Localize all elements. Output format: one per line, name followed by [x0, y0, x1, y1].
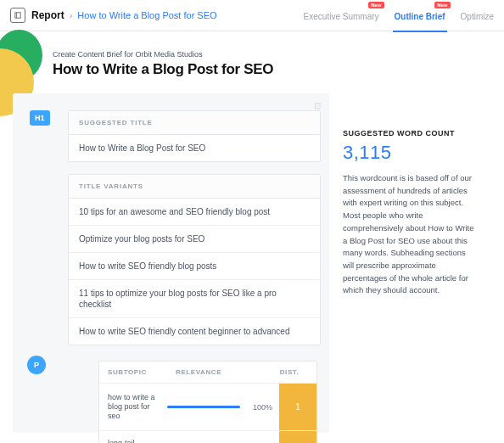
top-nav: Executive Summary New Outline Brief New …: [304, 8, 494, 23]
title-variant-item[interactable]: 11 tips to optimize your blog posts for …: [69, 280, 320, 318]
breadcrumb-root[interactable]: Report: [31, 9, 64, 21]
page-title: How to Write a Blog Post for SEO: [0, 61, 329, 78]
table-row[interactable]: long-tail keywords .st-row:nth-of-type(3…: [99, 431, 316, 443]
word-count-value: 3,115: [343, 142, 477, 164]
dist-badge: 1: [279, 384, 316, 430]
subtopic-name: long-tail keywords: [99, 432, 167, 443]
p-badge: P: [27, 356, 46, 374]
tab-optimize[interactable]: Optimize: [461, 8, 494, 23]
title-variant-item[interactable]: 10 tips for an awesome and SEO friendly …: [69, 199, 320, 226]
tab-outline-brief[interactable]: Outline Brief New: [395, 8, 445, 23]
col-subtopic: SUBTOPIC: [108, 368, 176, 376]
suggested-title-box: SUGGESTED TITLE How to Write a Blog Post…: [68, 110, 321, 162]
new-badge: New: [368, 2, 384, 8]
title-variant-item[interactable]: Optimize your blog posts for SEO: [69, 226, 320, 253]
tab-executive-summary[interactable]: Executive Summary New: [304, 8, 379, 23]
svg-rect-0: [15, 13, 20, 18]
h1-badge: H1: [30, 110, 50, 126]
tab-label: Executive Summary: [304, 12, 379, 21]
subtopics-section: P SUBTOPIC RELEVANCE DIST. how to write …: [68, 361, 321, 443]
word-count-description: This wordcount is is based off of our as…: [343, 172, 477, 297]
col-relevance: RELEVANCE: [176, 368, 271, 376]
chevron-right-icon: ›: [70, 10, 73, 20]
close-icon[interactable]: ⊡: [312, 100, 322, 110]
relevance-pct: 100%: [247, 403, 272, 412]
suggested-title-header: SUGGESTED TITLE: [69, 111, 320, 135]
right-column: SUGGESTED WORD COUNT 3,115 This wordcoun…: [329, 31, 504, 443]
col-dist: DIST.: [271, 368, 308, 376]
breadcrumb-title[interactable]: How to Write a Blog Post for SEO: [77, 10, 216, 20]
relevance-cell: .st-row:nth-of-type(2) .bar::before{widt…: [167, 403, 279, 412]
left-column: Create Content Brief for Orbit Media Stu…: [0, 31, 329, 443]
new-badge: New: [434, 2, 450, 8]
subtopic-name: how to write a blog post for seo: [99, 386, 167, 427]
tab-label: Optimize: [461, 12, 494, 21]
subtopics-table: SUBTOPIC RELEVANCE DIST. how to write a …: [98, 361, 317, 443]
title-variants-box: TITLE VARIANTS 10 tips for an awesome an…: [68, 174, 321, 345]
title-variant-item[interactable]: How to write SEO friendly blog posts: [69, 253, 320, 280]
dist-badge: 2: [279, 431, 316, 443]
title-variants-header: TITLE VARIANTS: [69, 175, 320, 199]
subtopics-header: SUBTOPIC RELEVANCE DIST.: [99, 362, 316, 384]
tab-label: Outline Brief: [395, 12, 445, 21]
suggested-title-value[interactable]: How to Write a Blog Post for SEO: [69, 135, 320, 161]
page-body: Create Content Brief for Orbit Media Stu…: [0, 31, 504, 443]
pretitle: Create Content Brief for Orbit Media Stu…: [0, 50, 329, 59]
title-variant-item[interactable]: How to write SEO friendly content beginn…: [69, 318, 320, 345]
word-count-label: SUGGESTED WORD COUNT: [343, 129, 477, 137]
report-icon: [10, 8, 25, 23]
topbar: Report › How to Write a Blog Post for SE…: [0, 0, 504, 31]
relevance-bar: .st-row:nth-of-type(2) .bar::before{widt…: [167, 406, 240, 408]
table-row[interactable]: how to write a blog post for seo .st-row…: [99, 384, 316, 431]
brief-card: ⊡ H1 SUGGESTED TITLE How to Write a Blog…: [13, 93, 329, 433]
